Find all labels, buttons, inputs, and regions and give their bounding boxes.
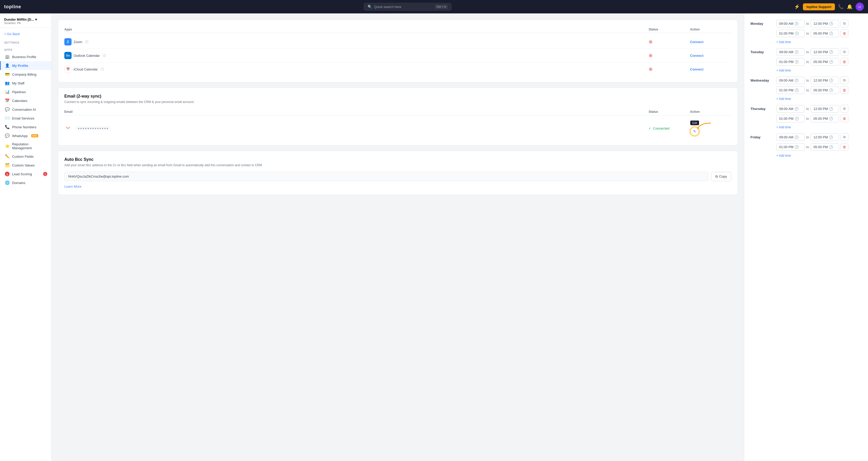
account-location: Scranton, PA <box>4 22 47 25</box>
outlook-connect-link[interactable]: Connect <box>690 54 704 58</box>
clock-icon: 🕐 <box>795 50 799 54</box>
thursday-end-2[interactable]: 05:00 PM 🕐 <box>811 115 839 122</box>
sidebar-item-custom-values[interactable]: 🗂️ Custom Values <box>0 161 52 170</box>
clock-icon: 🕐 <box>795 32 799 35</box>
friday-start-2[interactable]: 01:00 PM 🕐 <box>776 143 805 151</box>
friday-start-1[interactable]: 09:00 AM 🕐 <box>776 133 805 141</box>
thursday-start-1[interactable]: 09:00 AM 🕐 <box>776 105 805 112</box>
friday-end-2[interactable]: 05:00 PM 🕐 <box>811 143 839 151</box>
sidebar-item-label: Company Billing <box>12 72 36 76</box>
support-button[interactable]: topline Support <box>803 3 835 10</box>
connected-label: Connected <box>653 127 669 130</box>
thursday-slots: 09:00 AM 🕐 to 12:00 PM 🕐 ⧉ 01:00 PM 🕐 <box>776 105 862 129</box>
tuesday-end-1[interactable]: 12:00 PM 🕐 <box>811 48 839 56</box>
thursday-end-1[interactable]: 12:00 PM 🕐 <box>811 105 839 112</box>
icloud-connect-link[interactable]: Connect <box>690 67 704 71</box>
sidebar-item-phone-numbers[interactable]: 📞 Phone Numbers <box>0 123 52 131</box>
add-time-link[interactable]: + Add time <box>776 69 862 72</box>
sidebar: Dunder Mifflin [D... ▾ Scranton, PA < Go… <box>0 13 52 461</box>
monday-label: Monday <box>750 20 776 26</box>
delete-slot-button[interactable]: 🗑 <box>841 114 848 122</box>
clock-icon: 🕐 <box>795 107 799 111</box>
icloud-action[interactable]: Connect <box>690 67 731 71</box>
monday-end-2[interactable]: 05:00 PM 🕐 <box>811 30 839 37</box>
sidebar-item-whatsapp[interactable]: 💬 WhatsApp beta <box>0 131 52 140</box>
copy-slot-button[interactable]: ⧉ <box>841 20 848 27</box>
clock-icon: 🕐 <box>795 88 799 92</box>
copy-slot-button[interactable]: ⧉ <box>841 105 848 112</box>
sidebar-item-pipelines[interactable]: 📊 Pipelines <box>0 88 52 96</box>
sidebar-item-business-profile[interactable]: 🏢 Business Profile <box>0 53 52 61</box>
wednesday-start-1[interactable]: 09:00 AM 🕐 <box>776 77 805 84</box>
outlook-info-icon[interactable]: ⓘ <box>103 54 106 58</box>
time-value: 12:00 PM <box>813 50 828 54</box>
copy-slot-button[interactable]: ⧉ <box>841 76 848 84</box>
thursday-start-2[interactable]: 01:00 PM 🕐 <box>776 115 805 122</box>
outlook-label: Outlook Calendar <box>74 54 100 58</box>
custom-fields-icon: ✏️ <box>5 154 9 159</box>
delete-slot-button[interactable]: 🗑 <box>841 58 848 66</box>
to-label: to <box>806 50 809 54</box>
sidebar-item-lead-scoring[interactable]: g Lead Scoring 1 <box>0 170 52 178</box>
sidebar-item-domains[interactable]: 🌐 Domains <box>0 178 52 187</box>
go-back-link[interactable]: < Go Back <box>0 31 52 39</box>
add-time-link[interactable]: + Add time <box>776 97 862 101</box>
monday-end-1[interactable]: 12:00 PM 🕐 <box>811 20 839 27</box>
email-col-action: Action <box>690 110 731 113</box>
zoom-icon: Z <box>64 38 71 45</box>
sidebar-item-my-profile[interactable]: 👤 My Profile <box>0 61 52 70</box>
sidebar-item-reputation-management[interactable]: ⭐ Reputation Management <box>0 140 52 152</box>
app-name-outlook: Oo Outlook Calendar ⓘ <box>64 52 649 59</box>
sidebar-item-calendars[interactable]: 📅 Calendars <box>0 96 52 105</box>
time-row: 09:00 AM 🕐 to 12:00 PM 🕐 ⧉ <box>776 20 862 27</box>
tuesday-start-1[interactable]: 09:00 AM 🕐 <box>776 48 805 56</box>
lead-scoring-icon: g <box>5 172 9 176</box>
lightning-icon[interactable]: ⚡ <box>794 4 800 9</box>
delete-slot-button[interactable]: 🗑 <box>841 29 848 37</box>
zoom-action[interactable]: Connect <box>690 40 731 44</box>
zoom-connect-link[interactable]: Connect <box>690 40 704 44</box>
time-row: 01:00 PM 🕐 to 05:00 PM 🕐 🗑 <box>776 29 862 37</box>
copy-slot-button[interactable]: ⧉ <box>841 48 848 56</box>
phone-icon[interactable]: 📞 <box>838 4 844 9</box>
app-logo: topline <box>4 4 21 9</box>
icloud-info-icon[interactable]: ⓘ <box>101 67 104 71</box>
user-avatar[interactable]: U <box>856 3 864 11</box>
wednesday-end-2[interactable]: 05:00 PM 🕐 <box>811 87 839 94</box>
copy-button[interactable]: ⧉ Copy <box>711 172 731 181</box>
add-time-link[interactable]: + Add time <box>776 126 862 129</box>
friday-end-1[interactable]: 12:00 PM 🕐 <box>811 133 839 141</box>
add-time-link[interactable]: + Add time <box>776 154 862 158</box>
business-profile-icon: 🏢 <box>5 55 9 59</box>
search-bar[interactable]: 🔍 Quick search here Ctrl + K <box>364 3 452 10</box>
bell-icon[interactable]: 🔔 <box>847 4 852 9</box>
clock-icon: 🕐 <box>829 107 833 111</box>
delete-slot-button[interactable]: 🗑 <box>841 143 848 151</box>
tuesday-start-2[interactable]: 01:00 PM 🕐 <box>776 58 805 66</box>
zoom-info-icon[interactable]: ⓘ <box>85 40 88 44</box>
wednesday-start-2[interactable]: 01:00 PM 🕐 <box>776 87 805 94</box>
settings-title: Settings <box>0 39 52 45</box>
time-value: 05:00 PM <box>813 60 828 64</box>
sidebar-item-company-billing[interactable]: 💳 Company Billing <box>0 70 52 79</box>
monday-start-2[interactable]: 01:00 PM 🕐 <box>776 30 805 37</box>
zoom-error-icon: ⊗ <box>649 39 653 44</box>
tuesday-end-2[interactable]: 05:00 PM 🕐 <box>811 58 839 66</box>
learn-more-link[interactable]: Learn More <box>64 185 82 189</box>
to-label: to <box>806 32 809 35</box>
account-selector[interactable]: Dunder Mifflin [D... ▾ Scranton, PA <box>0 18 52 28</box>
sidebar-item-my-staff[interactable]: 👥 My Staff <box>0 79 52 88</box>
wednesday-end-1[interactable]: 12:00 PM 🕐 <box>811 77 839 84</box>
outlook-icon: Oo <box>64 52 71 59</box>
monday-start-1[interactable]: 09:00 AM 🕐 <box>776 20 805 27</box>
sidebar-item-conversation-ai[interactable]: 💬 Conversation AI <box>0 105 52 114</box>
email-col-email: Email <box>64 110 649 113</box>
delete-slot-button[interactable]: 🗑 <box>841 86 848 94</box>
time-row: 01:00 PM 🕐 to 05:00 PM 🕐 🗑 <box>776 114 862 122</box>
sidebar-item-custom-fields[interactable]: ✏️ Custom Fields <box>0 152 52 161</box>
email-address: ●●●●●●●●●●●●● <box>76 126 111 131</box>
add-time-link[interactable]: + Add time <box>776 40 862 44</box>
sidebar-item-email-services[interactable]: ✉️ Email Services <box>0 114 52 123</box>
copy-slot-button[interactable]: ⧉ <box>841 133 848 141</box>
outlook-action[interactable]: Connect <box>690 54 731 58</box>
